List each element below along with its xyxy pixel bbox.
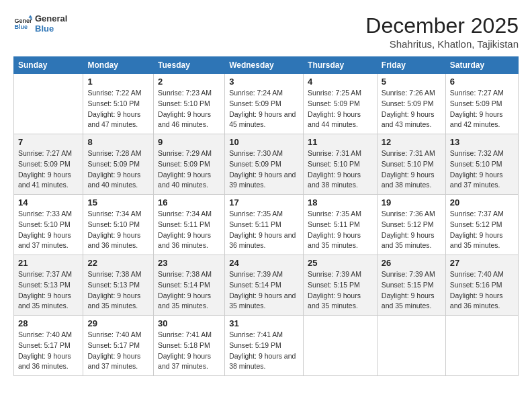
day-detail: Sunrise: 7:26 AMSunset: 5:09 PMDaylight:…	[382, 88, 441, 130]
calendar-week-row: 21Sunrise: 7:37 AMSunset: 5:13 PMDayligh…	[14, 255, 519, 316]
calendar-cell: 29Sunrise: 7:40 AMSunset: 5:17 PMDayligh…	[83, 316, 154, 376]
page-header: General Blue General Blue December 2025 …	[13, 13, 519, 50]
calendar-cell: 20Sunrise: 7:37 AMSunset: 5:12 PMDayligh…	[445, 195, 518, 255]
svg-marker-2	[28, 15, 32, 17]
day-detail: Sunrise: 7:34 AMSunset: 5:10 PMDaylight:…	[87, 209, 149, 251]
calendar-cell: 6Sunrise: 7:27 AMSunset: 5:09 PMDaylight…	[445, 74, 518, 134]
day-number: 4	[308, 77, 373, 87]
day-detail: Sunrise: 7:38 AMSunset: 5:13 PMDaylight:…	[87, 269, 149, 312]
logo-line1: General	[35, 13, 67, 24]
calendar-week-row: 14Sunrise: 7:33 AMSunset: 5:10 PMDayligh…	[14, 195, 519, 255]
calendar-week-row: 7Sunrise: 7:27 AMSunset: 5:09 PMDaylight…	[14, 134, 519, 195]
weekday-header: Tuesday	[154, 57, 225, 74]
day-detail: Sunrise: 7:41 AMSunset: 5:18 PMDaylight:…	[158, 330, 220, 372]
calendar-cell: 13Sunrise: 7:32 AMSunset: 5:10 PMDayligh…	[445, 134, 518, 195]
weekday-header: Thursday	[304, 57, 378, 74]
day-number: 11	[308, 137, 373, 147]
calendar-header-row: SundayMondayTuesdayWednesdayThursdayFrid…	[14, 57, 519, 74]
day-detail: Sunrise: 7:29 AMSunset: 5:09 PMDaylight:…	[158, 148, 220, 191]
calendar-cell: 10Sunrise: 7:30 AMSunset: 5:09 PMDayligh…	[225, 134, 304, 195]
weekday-header: Saturday	[445, 57, 518, 74]
svg-text:General: General	[14, 17, 32, 24]
day-number: 3	[229, 77, 299, 87]
calendar-cell: 31Sunrise: 7:41 AMSunset: 5:19 PMDayligh…	[225, 316, 304, 376]
day-detail: Sunrise: 7:35 AMSunset: 5:11 PMDaylight:…	[229, 209, 299, 251]
calendar-cell: 1Sunrise: 7:22 AMSunset: 5:10 PMDaylight…	[83, 74, 154, 134]
day-detail: Sunrise: 7:33 AMSunset: 5:10 PMDaylight:…	[18, 209, 79, 251]
logo-line2: Blue	[35, 24, 67, 34]
day-number: 18	[308, 197, 373, 208]
day-detail: Sunrise: 7:39 AMSunset: 5:14 PMDaylight:…	[229, 269, 299, 312]
day-number: 22	[87, 258, 149, 268]
calendar-cell: 28Sunrise: 7:40 AMSunset: 5:17 PMDayligh…	[14, 316, 83, 376]
calendar-cell: 25Sunrise: 7:39 AMSunset: 5:15 PMDayligh…	[304, 255, 378, 316]
weekday-header: Monday	[83, 57, 154, 74]
day-number: 25	[308, 258, 373, 268]
calendar-week-row: 1Sunrise: 7:22 AMSunset: 5:10 PMDaylight…	[14, 74, 519, 134]
calendar-cell: 7Sunrise: 7:27 AMSunset: 5:09 PMDaylight…	[14, 134, 83, 195]
day-number: 26	[382, 258, 441, 268]
calendar-cell: 9Sunrise: 7:29 AMSunset: 5:09 PMDaylight…	[154, 134, 225, 195]
calendar-cell: 18Sunrise: 7:35 AMSunset: 5:11 PMDayligh…	[304, 195, 378, 255]
day-number: 29	[87, 318, 149, 328]
location-subtitle: Shahritus, Khatlon, Tajikistan	[365, 38, 519, 50]
day-number: 28	[18, 318, 79, 328]
calendar-week-row: 28Sunrise: 7:40 AMSunset: 5:17 PMDayligh…	[14, 316, 519, 376]
day-number: 2	[158, 77, 220, 87]
logo: General Blue General Blue	[13, 13, 67, 34]
day-detail: Sunrise: 7:31 AMSunset: 5:10 PMDaylight:…	[382, 148, 441, 191]
calendar-cell: 23Sunrise: 7:38 AMSunset: 5:14 PMDayligh…	[154, 255, 225, 316]
day-detail: Sunrise: 7:39 AMSunset: 5:15 PMDaylight:…	[308, 269, 373, 312]
day-number: 7	[18, 137, 79, 147]
day-number: 5	[382, 77, 441, 87]
day-number: 15	[87, 197, 149, 208]
day-detail: Sunrise: 7:22 AMSunset: 5:10 PMDaylight:…	[87, 88, 149, 130]
day-number: 16	[158, 197, 220, 208]
day-number: 10	[229, 137, 299, 147]
day-number: 24	[229, 258, 299, 268]
calendar-cell: 17Sunrise: 7:35 AMSunset: 5:11 PMDayligh…	[225, 195, 304, 255]
calendar-cell: 15Sunrise: 7:34 AMSunset: 5:10 PMDayligh…	[83, 195, 154, 255]
calendar-cell: 21Sunrise: 7:37 AMSunset: 5:13 PMDayligh…	[14, 255, 83, 316]
calendar-cell: 30Sunrise: 7:41 AMSunset: 5:18 PMDayligh…	[154, 316, 225, 376]
day-detail: Sunrise: 7:24 AMSunset: 5:09 PMDaylight:…	[229, 88, 299, 130]
day-detail: Sunrise: 7:28 AMSunset: 5:09 PMDaylight:…	[87, 148, 149, 191]
day-number: 12	[382, 137, 441, 147]
day-number: 1	[87, 77, 149, 87]
day-detail: Sunrise: 7:37 AMSunset: 5:12 PMDaylight:…	[450, 209, 514, 251]
calendar-cell	[377, 316, 445, 376]
calendar-cell: 12Sunrise: 7:31 AMSunset: 5:10 PMDayligh…	[377, 134, 445, 195]
logo-icon: General Blue	[13, 14, 32, 33]
svg-text:Blue: Blue	[14, 24, 28, 30]
day-number: 19	[382, 197, 441, 208]
calendar-cell	[445, 316, 518, 376]
calendar-cell: 8Sunrise: 7:28 AMSunset: 5:09 PMDaylight…	[83, 134, 154, 195]
day-detail: Sunrise: 7:37 AMSunset: 5:13 PMDaylight:…	[18, 269, 79, 312]
day-detail: Sunrise: 7:27 AMSunset: 5:09 PMDaylight:…	[450, 88, 514, 130]
weekday-header: Sunday	[14, 57, 83, 74]
calendar-cell: 16Sunrise: 7:34 AMSunset: 5:11 PMDayligh…	[154, 195, 225, 255]
calendar-cell: 11Sunrise: 7:31 AMSunset: 5:10 PMDayligh…	[304, 134, 378, 195]
calendar-cell	[304, 316, 378, 376]
weekday-header: Wednesday	[225, 57, 304, 74]
day-number: 31	[229, 318, 299, 328]
day-detail: Sunrise: 7:40 AMSunset: 5:17 PMDaylight:…	[18, 330, 79, 372]
calendar-cell: 14Sunrise: 7:33 AMSunset: 5:10 PMDayligh…	[14, 195, 83, 255]
calendar-cell: 3Sunrise: 7:24 AMSunset: 5:09 PMDaylight…	[225, 74, 304, 134]
day-detail: Sunrise: 7:38 AMSunset: 5:14 PMDaylight:…	[158, 269, 220, 312]
day-number: 27	[450, 258, 514, 268]
day-detail: Sunrise: 7:34 AMSunset: 5:11 PMDaylight:…	[158, 209, 220, 251]
day-number: 9	[158, 137, 220, 147]
day-number: 21	[18, 258, 79, 268]
title-block: December 2025 Shahritus, Khatlon, Tajiki…	[365, 13, 519, 50]
day-detail: Sunrise: 7:40 AMSunset: 5:17 PMDaylight:…	[87, 330, 149, 372]
weekday-header: Friday	[377, 57, 445, 74]
day-detail: Sunrise: 7:32 AMSunset: 5:10 PMDaylight:…	[450, 148, 514, 191]
day-number: 20	[450, 197, 514, 208]
calendar-cell: 2Sunrise: 7:23 AMSunset: 5:10 PMDaylight…	[154, 74, 225, 134]
day-detail: Sunrise: 7:27 AMSunset: 5:09 PMDaylight:…	[18, 148, 79, 191]
calendar-cell: 24Sunrise: 7:39 AMSunset: 5:14 PMDayligh…	[225, 255, 304, 316]
day-number: 23	[158, 258, 220, 268]
day-number: 17	[229, 197, 299, 208]
day-detail: Sunrise: 7:40 AMSunset: 5:16 PMDaylight:…	[450, 269, 514, 312]
